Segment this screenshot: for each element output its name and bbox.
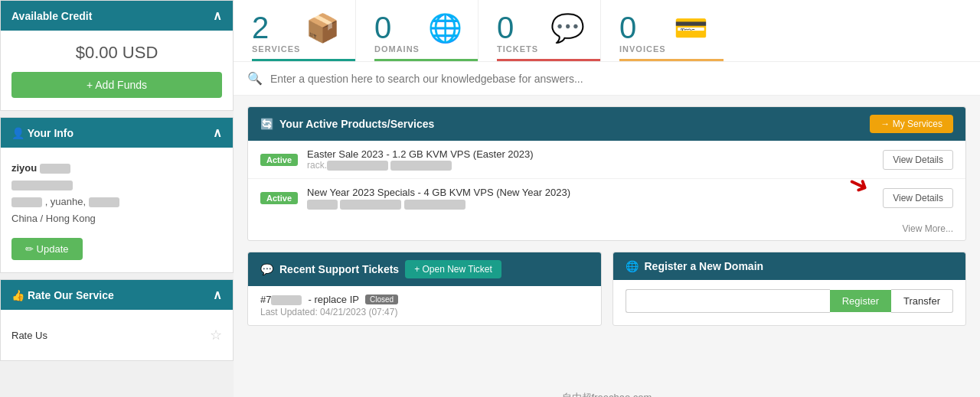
globe2-icon: 🌐 (626, 260, 639, 272)
open-new-ticket-button[interactable]: + Open New Ticket (405, 260, 501, 278)
username-blurred (40, 164, 70, 174)
active-products-title: Your Active Products/Services (279, 118, 434, 130)
view-details-button-2[interactable]: View Details (883, 188, 953, 208)
user-icon: 👤 (11, 127, 28, 139)
tickets-label: TICKETS (497, 44, 538, 54)
service-info-2: New Year 2023 Specials - 4 GB KVM VPS (N… (307, 187, 883, 209)
thumbs-up-icon: 👍 (11, 289, 28, 301)
service-sub-2 (307, 198, 883, 209)
username-row: ziyou (11, 160, 222, 177)
ticket-date: Last Updated: 04/21/2023 (07:47) (260, 307, 589, 317)
services-count: 2 (252, 12, 269, 43)
support-tickets-body: #7 - replace IP Closed Last Updated: 04/… (248, 286, 601, 325)
your-info-body: ziyou , yuanhe, China / Hong Kong ✏ Upda… (1, 148, 233, 272)
domains-underline (374, 59, 478, 61)
search-icon: 🔍 (247, 71, 263, 86)
active-products-panel: 🔄 Your Active Products/Services → My Ser… (247, 106, 966, 241)
bottom-panels: 💬 Recent Support Tickets + Open New Tick… (247, 252, 966, 337)
rate-label: Rate Us (11, 330, 47, 341)
rate-service-header: 👍 Rate Our Service ∧ (1, 280, 233, 310)
your-info-title: 👤 Your Info (11, 127, 74, 139)
user-line2 (11, 177, 222, 194)
my-services-button[interactable]: → My Services (870, 115, 953, 133)
stat-invoices: 💳 0 INVOICES (601, 0, 724, 61)
domains-label: DOMAINS (374, 44, 420, 54)
tickets-underline (497, 59, 600, 61)
user-line3: , yuanhe, (11, 194, 222, 210)
available-credit-section: Available Credit ∧ $0.00 USD + Add Funds (0, 0, 234, 111)
domain-input[interactable] (626, 289, 830, 313)
stat-domains: 🌐 0 DOMAINS (356, 0, 479, 61)
service-sub-1: rack. (307, 160, 883, 171)
services-label: SERVICES (252, 44, 300, 54)
box-icon: 📦 (305, 12, 340, 44)
rate-service-title: 👍 Rate Our Service (11, 289, 114, 301)
view-more: View More... (248, 217, 965, 240)
invoices-count: 0 (619, 12, 636, 43)
tickets-count: 0 (497, 12, 514, 43)
chevron-up-icon-2: ∧ (213, 125, 222, 140)
products-icon: 🔄 (260, 118, 273, 130)
support-tickets-panel: 💬 Recent Support Tickets + Open New Tick… (247, 252, 602, 326)
star-icon[interactable]: ☆ (210, 327, 222, 343)
username: ziyou (11, 162, 37, 174)
invoice-icon: 💳 (674, 12, 708, 44)
stats-bar: 📦 2 SERVICES 🌐 0 DOMAINS 💬 0 TICKETS 💳 0 (234, 0, 980, 62)
your-info-header: 👤 Your Info ∧ (1, 118, 233, 148)
chevron-up-icon: ∧ (213, 8, 222, 23)
globe-icon: 🌐 (428, 12, 462, 44)
available-credit-body: $0.00 USD + Add Funds (1, 31, 233, 110)
available-credit-header: Available Credit ∧ (1, 1, 233, 31)
main-content: 📦 2 SERVICES 🌐 0 DOMAINS 💬 0 TICKETS 💳 0 (234, 0, 980, 397)
ticket-id: #7 (260, 294, 302, 305)
chevron-up-icon-3: ∧ (213, 288, 222, 302)
domain-register-panel: 🌐 Register a New Domain Register Transfe… (612, 252, 967, 326)
rate-service-body: Rate Us ☆ (1, 310, 233, 360)
chat-icon: 💬 (550, 12, 585, 44)
transfer-button[interactable]: Transfer (891, 289, 953, 313)
service-name-1: Easter Sale 2023 - 1.2 GB KVM VPS (Easte… (307, 148, 883, 160)
line3-blurred-2 (89, 197, 119, 207)
ticket-id-blurred (271, 295, 302, 305)
sub1-blurred1 (327, 161, 388, 171)
add-funds-button[interactable]: + Add Funds (11, 72, 222, 98)
search-input[interactable] (270, 73, 966, 85)
service-row-2: Active New Year 2023 Specials - 4 GB KVM… (248, 179, 965, 216)
services-underline (252, 59, 355, 61)
line2-blurred (11, 181, 73, 190)
sub1-blurred2 (390, 161, 452, 171)
sub2-blurred2 (340, 200, 401, 210)
support-tickets-header: 💬 Recent Support Tickets + Open New Tick… (248, 252, 601, 286)
domain-register-row: Register Transfer (613, 280, 966, 322)
stat-tickets: 💬 0 TICKETS (479, 0, 601, 61)
user-info-block: ziyou , yuanhe, China / Hong Kong (11, 160, 222, 227)
line3-blurred-1 (11, 197, 42, 207)
user-location: China / Hong Kong (11, 210, 222, 227)
support-title-group: 💬 Recent Support Tickets + Open New Tick… (260, 260, 501, 278)
view-details-button-1[interactable]: View Details (883, 150, 953, 170)
invoices-label: INVOICES (619, 44, 666, 54)
search-bar: 🔍 (234, 62, 980, 96)
sub2-blurred3 (404, 200, 466, 210)
service-info-1: Easter Sale 2023 - 1.2 GB KVM VPS (Easte… (307, 148, 883, 171)
active-products-body: Active Easter Sale 2023 - 1.2 GB KVM VPS… (248, 141, 965, 217)
credit-amount: $0.00 USD (11, 43, 222, 63)
active-products-title-group: 🔄 Your Active Products/Services (260, 118, 434, 130)
update-button[interactable]: ✏ Update (11, 238, 83, 260)
sidebar: Available Credit ∧ $0.00 USD + Add Funds… (0, 0, 234, 397)
rate-row: Rate Us ☆ (11, 322, 222, 348)
view-more-link[interactable]: View More... (903, 223, 953, 234)
rate-service-section: 👍 Rate Our Service ∧ Rate Us ☆ (0, 279, 234, 361)
invoices-underline (619, 59, 724, 61)
active-products-header: 🔄 Your Active Products/Services → My Ser… (248, 107, 965, 141)
ticket-desc: - replace IP (308, 294, 358, 305)
available-credit-title: Available Credit (11, 10, 92, 22)
domain-register-body: Register Transfer (613, 280, 966, 322)
active-badge-2: Active (260, 192, 298, 204)
your-info-section: 👤 Your Info ∧ ziyou , yuanhe, (0, 117, 234, 273)
register-button[interactable]: Register (830, 290, 891, 312)
active-badge-1: Active (260, 154, 298, 166)
ticket-title: #7 - replace IP Closed (260, 294, 589, 305)
content-area: 🔄 Your Active Products/Services → My Ser… (234, 96, 980, 386)
chat2-icon: 💬 (260, 263, 273, 275)
